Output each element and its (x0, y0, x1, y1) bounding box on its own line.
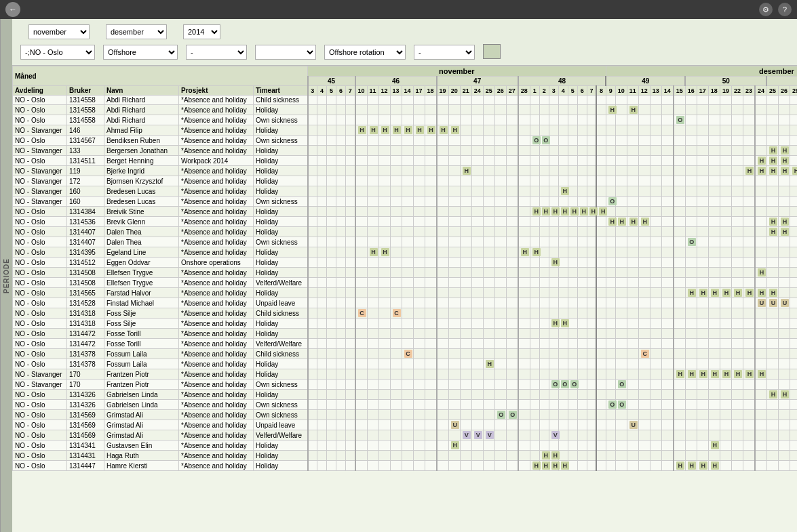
table-row: NO - Oslo1314447Hamre Kiersti*Absence an… (13, 461, 798, 471)
settings-icon[interactable]: ⚙ (759, 3, 773, 16)
table-row: NO - Stavanger160Bredesen Lucas*Absence … (13, 186, 798, 197)
topbar: ← ⚙ ? (0, 0, 797, 19)
day-d18: 29 (790, 86, 797, 96)
week-48: 48 (518, 77, 606, 86)
calendar-container[interactable]: Måned november desember 45 46 47 48 (12, 66, 797, 532)
desember-header: desember (606, 66, 797, 77)
topbar-right: ⚙ ? (754, 3, 792, 16)
day-n6: 6 (336, 86, 346, 96)
day-n25: 25 (483, 86, 494, 96)
table-row: NO - Oslo1314318Foss Silje*Absence and h… (13, 319, 798, 329)
avdeling-header: Avdeling (13, 86, 67, 96)
table-row: NO - Oslo1314565Farstad Halvor*Absence a… (13, 288, 798, 298)
calendar-table: Måned november desember 45 46 47 48 (12, 66, 797, 471)
table-row: NO - Stavanger119Bjerke Ingrid*Absence a… (13, 166, 798, 176)
day-d2: 9 (606, 86, 615, 96)
day-n21: 21 (460, 86, 471, 96)
day-n26: 26 (494, 86, 506, 96)
table-row: NO - Oslo1314378Fossum Laila*Absence and… (13, 349, 798, 359)
vis-kalender-button[interactable] (483, 44, 501, 59)
content: november desember 2014 -;NO - Oslo (12, 19, 797, 532)
main-container: PERIODE november desember 2014 (0, 19, 797, 532)
week-50: 50 (685, 77, 766, 86)
day-n28: 28 (518, 86, 530, 96)
day-d15: 24 (755, 86, 767, 96)
prosjekter-select[interactable]: Offshore rotation (324, 45, 406, 60)
day-d4: 11 (627, 86, 638, 96)
day-n29a: 1 (530, 86, 539, 96)
fra-maned-select[interactable]: november (28, 24, 90, 39)
day-n32: 4 (558, 86, 568, 96)
statuser-group (255, 43, 316, 60)
table-row: NO - Oslo1314508Ellefsen Trygve*Absence … (13, 278, 798, 288)
day-n12: 12 (378, 86, 390, 96)
ar-select[interactable]: 2014 (183, 24, 220, 39)
table-row: NO - Oslo1314569Grimstad Ali*Absence and… (13, 420, 798, 430)
table-row: NO - Oslo1314569Grimstad Ali*Absence and… (13, 430, 798, 441)
day-n18: 18 (425, 86, 437, 96)
day-n20: 20 (448, 86, 460, 96)
timeart-header: Timeart (254, 86, 308, 96)
prosjekt-header: Prosjekt (179, 86, 254, 96)
statustype-select[interactable]: - (186, 45, 247, 60)
day-n17: 17 (413, 86, 425, 96)
avdelinger-select[interactable]: -;NO - Oslo (20, 45, 95, 60)
week-51: 51 (766, 77, 797, 86)
day-n5: 5 (327, 86, 336, 96)
table-row: NO - Stavanger170Frantzen Piotr*Absence … (13, 380, 798, 390)
table-row: NO - Oslo1314528Finstad Michael*Absence … (13, 298, 798, 308)
brukergruppe-select[interactable]: Offshore (103, 45, 178, 60)
table-row: NO - Stavanger172Bjornsen Krzysztof*Abse… (13, 176, 798, 186)
calendar-body: NO - Oslo1314558Abdi Richard*Absence and… (13, 96, 798, 471)
day-n34: 6 (577, 86, 587, 96)
day-n7: 7 (346, 86, 355, 96)
day-n4: 4 (317, 86, 327, 96)
table-row: NO - Stavanger146Ahmad Filip*Absence and… (13, 125, 798, 136)
table-row: NO - Oslo1314536Brevik Glenn*Absence and… (13, 217, 798, 227)
table-row: NO - Oslo1314472Fosse Torill*Absence and… (13, 339, 798, 349)
day-n19: 19 (437, 86, 449, 96)
table-row: NO - Oslo1314512Eggen OddvarOnshore oper… (13, 258, 798, 268)
statuser-select[interactable] (255, 45, 316, 60)
brukergruppe-group: Offshore (103, 43, 178, 60)
table-row: NO - Oslo1314508Ellefsen Trygve*Absence … (13, 268, 798, 278)
table-row: NO - Oslo1314558Abdi Richard*Absence and… (13, 105, 798, 115)
table-row: NO - Oslo1314378Fossum Laila*Absence and… (13, 359, 798, 369)
day-d13: 22 (731, 86, 743, 96)
table-row: NO - Oslo1314407Dalen Thea*Absence and h… (13, 227, 798, 237)
table-row: NO - Stavanger170Frantzen Piotr*Absence … (13, 369, 798, 380)
day-d12: 19 (720, 86, 731, 96)
day-n14: 14 (402, 86, 413, 96)
day-d17: 26 (778, 86, 790, 96)
table-row: NO - Oslo1314326Gabrielsen Linda*Absence… (13, 390, 798, 400)
table-row: NO - Stavanger133Bergersen Jonathan*Abse… (13, 146, 798, 156)
day-n24: 24 (471, 86, 483, 96)
day-d1: 8 (596, 86, 606, 96)
maaned-label: Måned (13, 66, 308, 86)
day-d6: 13 (650, 86, 661, 96)
table-row: NO - Oslo1314318Foss Silje*Absence and h… (13, 308, 798, 319)
day-n35: 7 (587, 86, 596, 96)
day-d11: 18 (708, 86, 720, 96)
table-row: NO - Oslo1314431Haga Ruth*Absence and ho… (13, 451, 798, 461)
timearter-select[interactable]: - (414, 45, 475, 60)
help-icon[interactable]: ? (778, 3, 792, 16)
table-row: NO - Oslo1314569Grimstad Ali*Absence and… (13, 410, 798, 420)
statustype-group: - (186, 43, 247, 60)
table-row: NO - Oslo1314472Fosse Torill*Absence and… (13, 329, 798, 339)
table-row: NO - Oslo1314326Gabrielsen Linda*Absence… (13, 400, 798, 410)
navn-header: Navn (104, 86, 179, 96)
week-46: 46 (355, 77, 437, 86)
side-label: PERIODE (0, 19, 12, 532)
til-maned-select[interactable]: desember (106, 24, 167, 39)
table-row: NO - Oslo1314558Abdi Richard*Absence and… (13, 96, 798, 105)
day-d16: 25 (766, 86, 778, 96)
november-header: november (308, 66, 606, 77)
day-n27: 27 (506, 86, 518, 96)
logo-icon[interactable]: ← (5, 2, 20, 17)
day-n10: 10 (355, 86, 368, 96)
day-n11: 11 (367, 86, 378, 96)
table-row: NO - Oslo1314511Berget HenningWorkpack 2… (13, 156, 798, 166)
day-n3: 3 (308, 86, 317, 96)
day-d10: 17 (697, 86, 708, 96)
